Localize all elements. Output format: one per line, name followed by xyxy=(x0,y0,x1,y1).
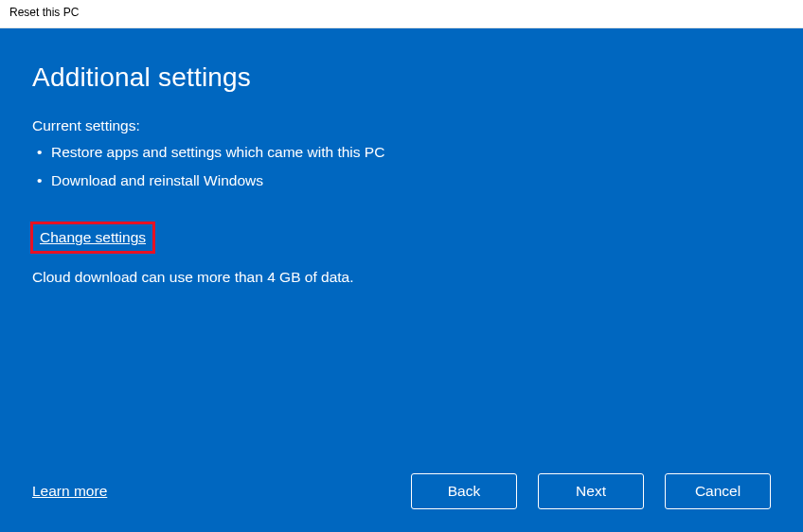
back-button[interactable]: Back xyxy=(411,473,517,509)
next-button[interactable]: Next xyxy=(538,473,644,509)
change-settings-link[interactable]: Change settings xyxy=(40,229,146,245)
titlebar: Reset this PC xyxy=(0,0,803,28)
cloud-download-note: Cloud download can use more than 4 GB of… xyxy=(32,269,771,286)
list-item-text: Download and reinstall Windows xyxy=(51,172,263,188)
list-item: Restore apps and settings which came wit… xyxy=(32,144,771,161)
change-settings-highlight: Change settings xyxy=(30,222,155,254)
cancel-button[interactable]: Cancel xyxy=(665,473,771,509)
current-settings-label: Current settings: xyxy=(32,117,771,134)
page-heading: Additional settings xyxy=(32,62,771,93)
main-panel: Additional settings Current settings: Re… xyxy=(0,28,803,532)
button-row: Back Next Cancel xyxy=(411,473,771,509)
learn-more-link[interactable]: Learn more xyxy=(32,483,107,500)
list-item: Download and reinstall Windows xyxy=(32,172,771,189)
footer: Learn more Back Next Cancel xyxy=(32,473,771,509)
settings-bullet-list: Restore apps and settings which came wit… xyxy=(32,144,771,201)
window-title: Reset this PC xyxy=(9,6,79,19)
list-item-text: Restore apps and settings which came wit… xyxy=(51,144,384,160)
